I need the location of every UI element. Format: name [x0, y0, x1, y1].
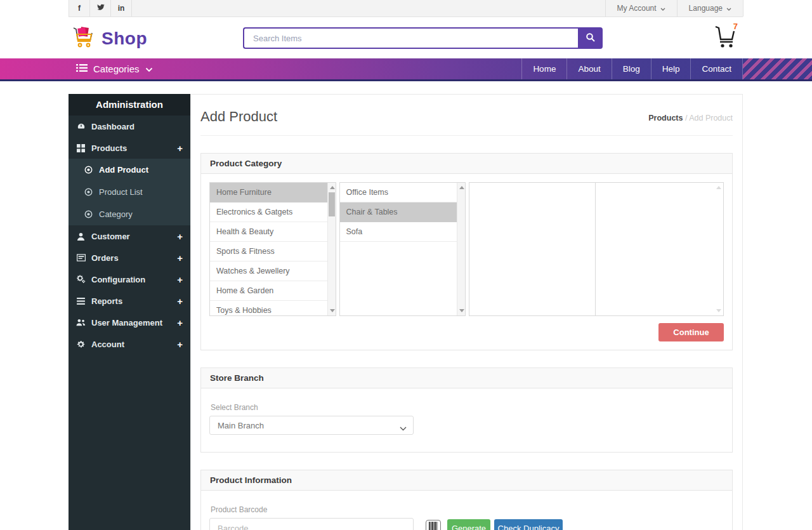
nav-link-about[interactable]: About	[566, 58, 611, 79]
barcode-input[interactable]	[209, 518, 414, 530]
sidebar-item-label: Category	[99, 209, 133, 219]
sidebar-item-label: Product List	[99, 187, 143, 197]
dot-circle-icon	[84, 166, 93, 174]
select-branch-label: Select Branch	[211, 403, 724, 412]
sidebar-item-orders[interactable]: Orders +	[69, 247, 190, 268]
category-column-4[interactable]	[596, 182, 724, 316]
category-option[interactable]: Office Items	[340, 183, 457, 202]
sidebar-item-label: Reports	[91, 296, 122, 306]
scrollbar[interactable]	[457, 183, 465, 315]
sidebar-item-customer[interactable]: Customer +	[69, 225, 190, 247]
scroll-up-icon	[716, 186, 721, 189]
scrollbar[interactable]	[327, 183, 336, 315]
reports-icon	[76, 298, 86, 305]
category-option[interactable]: Home & Garden	[210, 281, 327, 301]
dashboard-icon	[76, 122, 86, 131]
nav-link-home[interactable]: Home	[521, 58, 566, 79]
admin-page: f in My Account Language	[0, 0, 812, 530]
categories-label: Categories	[93, 63, 140, 74]
plus-icon: +	[177, 317, 183, 328]
main-content: Add Product Products / Add Product Produ…	[190, 94, 743, 530]
category-option[interactable]: Chair & Tables	[340, 202, 457, 222]
cart-button[interactable]: 7	[712, 23, 739, 51]
sidebar-title: Administration	[69, 94, 190, 116]
page-title: Add Product	[200, 109, 277, 124]
category-option[interactable]: Toys & Hobbies	[210, 301, 327, 316]
plus-icon: +	[177, 231, 183, 242]
panel-title: Product Category	[201, 154, 732, 174]
category-option[interactable]: Health & Beauty	[210, 222, 327, 242]
brand-name: Shop	[102, 29, 147, 49]
language-label: Language	[689, 4, 723, 13]
cart-icon	[712, 41, 738, 51]
dot-circle-icon	[84, 188, 93, 196]
branch-select-value: Main Branch	[218, 421, 264, 430]
users-icon	[76, 319, 86, 326]
my-account-menu[interactable]: My Account	[605, 0, 678, 17]
breadcrumb-parent[interactable]: Products	[648, 114, 683, 123]
twitter-link[interactable]	[89, 0, 111, 17]
sidebar-item-add-product[interactable]: Add Product	[69, 159, 190, 181]
breadcrumb-separator: /	[683, 114, 689, 123]
barcode-icon	[429, 522, 438, 530]
plus-icon: +	[177, 253, 183, 263]
category-option[interactable]: Watches & Jewellery	[210, 262, 327, 281]
categories-menu[interactable]: Categories	[76, 58, 153, 79]
category-column-2[interactable]: Office Items Chair & Tables Sofa	[339, 182, 466, 316]
scroll-up-icon[interactable]	[459, 186, 464, 189]
search-button[interactable]	[578, 27, 603, 49]
cart-logo-icon	[71, 25, 96, 52]
sidebar-item-category[interactable]: Category	[69, 203, 190, 225]
category-option[interactable]: Sofa	[340, 222, 457, 242]
scroll-down-icon	[716, 309, 721, 312]
sidebar-item-label: Add Product	[99, 165, 148, 175]
panel-title: Store Branch	[201, 368, 732, 388]
sidebar-item-products[interactable]: Products +	[69, 137, 190, 159]
facebook-icon: f	[78, 4, 81, 13]
sidebar-item-label: Products	[91, 143, 127, 153]
brand-logo[interactable]: Shop	[71, 25, 147, 52]
facebook-link[interactable]: f	[69, 0, 90, 17]
sidebar-item-configuration[interactable]: Configuration +	[69, 268, 190, 290]
sidebar-item-label: Configuration	[91, 275, 145, 284]
nav-link-contact[interactable]: Contact	[690, 58, 743, 79]
sidebar-item-reports[interactable]: Reports +	[69, 290, 190, 312]
sidebar-item-label: Dashboard	[91, 122, 134, 131]
scroll-down-icon[interactable]	[459, 309, 464, 312]
scroll-down-icon[interactable]	[330, 309, 335, 312]
sidebar-item-dashboard[interactable]: Dashboard	[69, 116, 190, 137]
language-menu[interactable]: Language	[677, 0, 743, 17]
linkedin-icon: in	[118, 4, 125, 13]
barcode-scan-button[interactable]	[426, 520, 441, 530]
panel-body: Select Branch Main Branch	[201, 388, 732, 452]
category-option[interactable]: Electronics & Gatgets	[210, 202, 327, 222]
nav-link-blog[interactable]: Blog	[612, 58, 651, 79]
check-duplicacy-button[interactable]: Check Duplicacy	[494, 519, 563, 530]
sidebar-item-account[interactable]: Account +	[69, 333, 190, 355]
category-option[interactable]: Sports & Fitness	[210, 242, 327, 262]
category-column-3[interactable]	[469, 182, 595, 316]
branch-select[interactable]: Main Branch	[209, 416, 414, 435]
chevron-down-icon	[660, 4, 665, 13]
header: Shop 7	[69, 18, 743, 58]
continue-row: Continue	[209, 323, 724, 341]
scroll-thumb[interactable]	[329, 192, 335, 216]
continue-button[interactable]: Continue	[658, 323, 724, 341]
nav-link-help[interactable]: Help	[651, 58, 691, 79]
category-column-1[interactable]: Home Furniture Electronics & Gatgets Hea…	[209, 182, 336, 316]
breadcrumb-current: Add Product	[689, 114, 733, 123]
scroll-up-icon[interactable]	[330, 186, 335, 189]
product-barcode-label: Product Barcode	[211, 505, 724, 514]
panel-title: Product Information	[201, 470, 732, 491]
products-grid-icon	[76, 144, 86, 152]
linkedin-link[interactable]: in	[110, 0, 132, 17]
generate-button[interactable]: Generate	[447, 519, 490, 530]
search-input[interactable]	[243, 27, 578, 49]
category-option[interactable]: Home Furniture	[210, 183, 327, 202]
sidebar-item-user-management[interactable]: User Management +	[69, 312, 190, 333]
twitter-icon	[96, 3, 105, 13]
sidebar-item-product-list[interactable]: Product List	[69, 181, 190, 203]
cart-count-badge: 7	[733, 22, 738, 31]
search-bar	[243, 27, 603, 49]
product-category-panel: Product Category Home Furniture Electron…	[200, 153, 733, 350]
